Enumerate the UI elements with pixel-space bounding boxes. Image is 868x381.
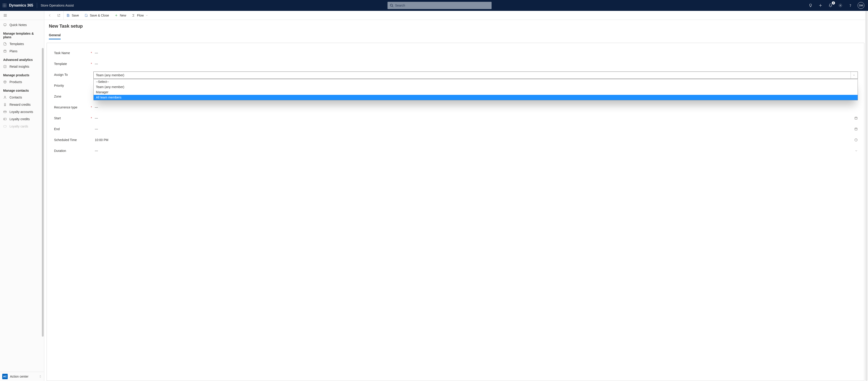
field-label: Template	[54, 62, 89, 66]
svg-point-4	[4, 5, 5, 6]
svg-point-1	[4, 4, 5, 4]
field-scheduled-time[interactable]: Scheduled Time 10:00 PM	[54, 135, 858, 145]
svg-point-24	[4, 96, 5, 97]
save-close-label: Save & Close	[90, 13, 109, 17]
dropdown-option-highlighted[interactable]: All team members	[94, 95, 858, 100]
nav-loyalty-cards[interactable]: Loyalty cards	[0, 123, 44, 130]
svg-point-3	[3, 5, 4, 6]
field-value[interactable]: ---	[93, 127, 858, 131]
chevron-updown-icon	[39, 375, 42, 378]
field-value[interactable]: ---	[93, 62, 858, 66]
nav-label: Plans	[9, 49, 18, 53]
app-name[interactable]: Store Operations Assist	[41, 4, 74, 7]
field-start[interactable]: Start * ---	[54, 113, 858, 124]
required-icon: *	[89, 116, 93, 120]
field-end[interactable]: End ---	[54, 124, 858, 135]
svg-rect-35	[855, 117, 857, 119]
chevron-down-icon	[850, 72, 855, 79]
tab-label: General	[49, 33, 61, 37]
dropdown-option[interactable]: Team (any member)	[94, 84, 858, 90]
field-value[interactable]: 10:00 PM	[93, 138, 858, 142]
hamburger-icon[interactable]	[3, 13, 7, 18]
clock-icon[interactable]	[854, 138, 858, 142]
svg-point-5	[6, 5, 6, 6]
field-assign-to: Assign To Team (any member) --Selec	[54, 69, 858, 80]
back-button[interactable]	[45, 11, 54, 20]
nav-retail-insights[interactable]: Retail insights	[0, 63, 44, 70]
calendar-icon[interactable]	[854, 116, 858, 120]
global-search[interactable]	[388, 2, 492, 9]
global-header: Dynamics 365 Store Operations Assist 2 D…	[0, 0, 868, 11]
left-nav: Quick Notes Manage templates & plans Tem…	[0, 11, 44, 381]
save-button[interactable]: Save	[64, 11, 82, 20]
nav-label: Contacts	[9, 95, 22, 99]
nav-label: Quick Notes	[9, 23, 27, 27]
field-recurrence-type[interactable]: Recurrence type * ---	[54, 102, 858, 113]
calendar-icon[interactable]	[854, 127, 858, 131]
command-bar: Save Save & Close New Flow	[44, 11, 868, 20]
required-icon: *	[89, 51, 93, 55]
field-value[interactable]: ---	[93, 51, 858, 55]
gear-icon[interactable]	[838, 3, 843, 8]
lightbulb-icon[interactable]	[808, 3, 813, 8]
required-icon: *	[89, 106, 93, 109]
nav-label: Reward credits	[9, 103, 31, 107]
field-value[interactable]: ---	[93, 149, 858, 153]
user-avatar[interactable]: DM	[858, 2, 864, 9]
notification-bell-icon[interactable]: 2	[828, 3, 833, 8]
field-label: Start	[54, 116, 89, 120]
nav-label: Products	[9, 80, 22, 84]
svg-rect-31	[67, 14, 68, 15]
app-launcher-icon[interactable]	[2, 3, 7, 8]
new-button[interactable]: New	[112, 11, 129, 20]
flow-label: Flow	[137, 13, 144, 17]
section-contacts: Manage contacts	[0, 86, 44, 94]
sidebar-scrollbar[interactable]	[42, 20, 44, 372]
dropdown-option[interactable]: Manager	[94, 90, 858, 95]
notification-count-badge: 2	[832, 1, 835, 4]
flow-button[interactable]: Flow	[129, 11, 151, 20]
nav-plans[interactable]: Plans	[0, 48, 44, 55]
nav-loyalty-accounts[interactable]: Loyalty accounts	[0, 108, 44, 115]
svg-point-0	[3, 4, 4, 4]
main-scrollbar[interactable]	[865, 11, 868, 381]
field-value[interactable]: ---	[93, 116, 858, 120]
field-template[interactable]: Template * ---	[54, 58, 858, 69]
section-analytics: Advanced analytics	[0, 55, 44, 63]
tab-general[interactable]: General	[49, 32, 61, 39]
help-icon[interactable]	[848, 3, 853, 8]
svg-point-8	[6, 6, 6, 7]
assign-to-dropdown[interactable]: Team (any member)	[93, 71, 858, 79]
sidebar-area-switcher[interactable]: AC Action center	[0, 372, 44, 381]
area-badge: AC	[2, 374, 8, 379]
section-templates-plans: Manage templates & plans	[0, 29, 44, 40]
nav-label: Templates	[9, 42, 24, 46]
field-duration[interactable]: Duration ---	[54, 145, 858, 156]
plus-icon[interactable]	[818, 3, 823, 8]
field-value[interactable]: ---	[93, 106, 858, 109]
svg-rect-39	[855, 128, 857, 130]
field-label: Zone	[54, 95, 89, 98]
section-products: Manage products	[0, 70, 44, 78]
nav-loyalty-credits[interactable]: Loyalty credits	[0, 115, 44, 123]
search-input[interactable]	[395, 4, 489, 7]
nav-products[interactable]: Products	[0, 78, 44, 86]
open-new-window-button[interactable]	[54, 11, 63, 20]
svg-point-13	[840, 5, 841, 6]
nav-reward-credits[interactable]: Reward credits	[0, 101, 44, 108]
nav-templates[interactable]: Templates	[0, 40, 44, 48]
main-content: Save Save & Close New Flow New Task setu…	[44, 11, 868, 381]
field-label: Task Name	[54, 51, 89, 55]
chevron-down-icon[interactable]	[855, 149, 858, 152]
svg-point-29	[4, 119, 5, 120]
field-label: Assign To	[54, 71, 89, 77]
brand-name[interactable]: Dynamics 365	[9, 3, 33, 7]
save-close-button[interactable]: Save & Close	[82, 11, 112, 20]
nav-contacts[interactable]: Contacts	[0, 94, 44, 101]
nav-label: Retail insights	[9, 65, 29, 68]
svg-point-7	[4, 6, 5, 7]
nav-quick-notes[interactable]: Quick Notes	[0, 21, 44, 29]
dropdown-option[interactable]: --Select--	[94, 79, 858, 84]
field-task-name[interactable]: Task Name * ---	[54, 48, 858, 58]
svg-point-25	[4, 103, 6, 105]
